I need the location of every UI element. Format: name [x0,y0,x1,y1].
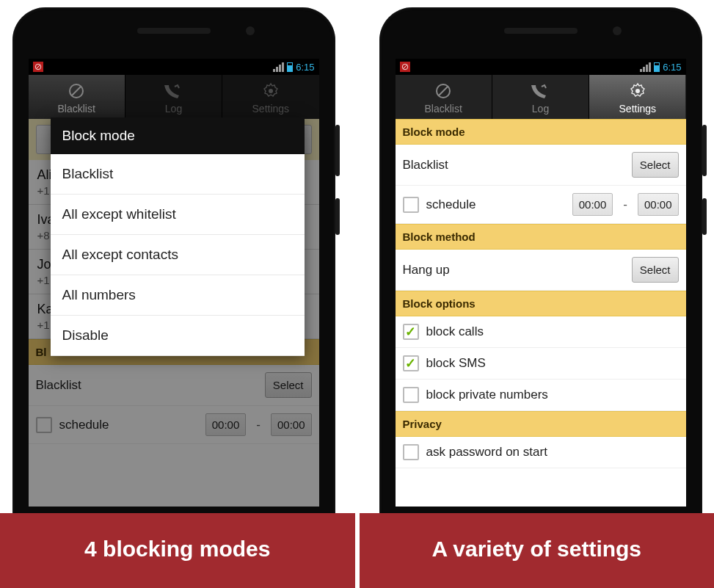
block-sms-checkbox[interactable] [403,355,419,371]
battery-icon [654,62,660,72]
tab-log[interactable]: Log [492,75,589,119]
battery-icon [287,62,293,72]
dialog-option[interactable]: Disable [51,316,305,356]
svg-point-9 [635,89,640,93]
section-block-mode: Block mode [396,119,686,145]
section-block-options: Block options [396,291,686,316]
select-button[interactable]: Select [632,257,679,283]
block-method-value: Hang up [403,263,624,277]
option-label: block calls [426,324,679,339]
status-bar: 6:15 [29,59,319,75]
dialog-option[interactable]: All numbers [51,275,305,316]
ask-password-checkbox[interactable] [403,444,419,460]
status-time: 6:15 [296,62,314,73]
block-mode-dialog: Block mode Blacklist All except whitelis… [51,117,305,356]
tab-label: Settings [619,103,657,115]
schedule-label: schedule [426,197,565,212]
svg-line-6 [403,65,407,69]
signal-icon [273,62,284,72]
dialog-option[interactable]: All except whitelist [51,195,305,235]
status-time: 6:15 [663,62,681,73]
svg-line-1 [36,65,40,69]
caption-bar: 4 blocking modes A variety of settings [0,513,714,588]
blacklist-icon [396,81,492,101]
dialog-option[interactable]: All except contacts [51,235,305,275]
signal-icon [640,62,651,72]
app-notification-icon [33,62,43,72]
schedule-checkbox[interactable] [403,197,419,213]
status-bar: 6:15 [396,59,686,75]
option-label: ask password on start [426,445,679,460]
time-dash: - [620,197,630,212]
block-private-checkbox[interactable] [403,387,419,403]
svg-line-8 [439,87,448,95]
block-mode-value: Blacklist [403,158,624,173]
section-privacy: Privacy [396,411,686,437]
tab-label: Blacklist [424,103,462,115]
dialog-option[interactable]: Blacklist [51,154,305,195]
option-label: block private numbers [426,388,679,402]
phone-frame-left: 6:15 Blacklist Log [12,7,335,565]
caption-right: A variety of settings [360,513,715,588]
section-block-method: Block method [396,224,686,250]
block-calls-checkbox[interactable] [403,324,419,340]
gear-icon [589,81,685,101]
log-icon [492,81,589,101]
app-notification-icon [400,62,410,72]
phone-frame-right: 6:15 Blacklist Log [379,7,702,565]
dialog-title: Block mode [51,117,305,154]
time-to[interactable]: 00:00 [638,193,679,216]
tab-settings[interactable]: Settings [589,75,685,119]
caption-left: 4 blocking modes [0,513,355,588]
select-button[interactable]: Select [632,152,679,178]
option-label: block SMS [426,356,679,371]
tab-blacklist[interactable]: Blacklist [396,75,492,119]
tab-bar: Blacklist Log Settings [396,75,686,119]
time-from[interactable]: 00:00 [572,193,613,216]
tab-label: Log [532,103,549,115]
